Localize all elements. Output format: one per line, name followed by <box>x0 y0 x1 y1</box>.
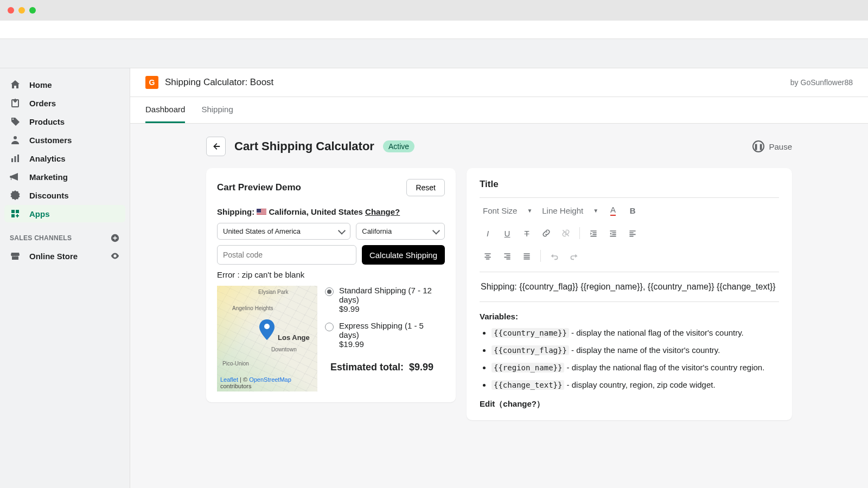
radio-icon <box>325 287 334 296</box>
editor-content[interactable]: Shipping: {{country_flag}} {{region_name… <box>480 272 779 302</box>
sidebar-item-discounts[interactable]: Discounts <box>4 187 125 204</box>
shipping-location-line: Shipping: California, United States Chan… <box>217 207 445 216</box>
minimize-window-icon[interactable] <box>18 7 25 14</box>
svg-point-1 <box>14 136 17 139</box>
svg-rect-7 <box>11 214 15 217</box>
unlink-button[interactable] <box>558 225 574 241</box>
variable-item: {{country_name}} - display the national … <box>492 326 779 339</box>
pause-icon: ❚❚ <box>752 140 764 152</box>
page-header: Cart Shipping Calculator Active ❚❚ Pause <box>206 137 792 156</box>
sidebar-item-products[interactable]: Products <box>4 113 125 130</box>
analytics-icon <box>10 153 21 164</box>
align-right-button[interactable] <box>499 248 515 264</box>
postal-code-input[interactable] <box>217 245 356 265</box>
state-select[interactable]: California <box>356 223 445 240</box>
view-store-icon[interactable] <box>110 251 120 261</box>
svg-rect-5 <box>11 210 15 213</box>
pause-button[interactable]: ❚❚ Pause <box>752 140 792 152</box>
window-chrome <box>0 0 868 21</box>
svg-rect-6 <box>16 210 19 213</box>
calculate-shipping-button[interactable]: Calculate Shipping <box>362 245 445 265</box>
map-pin-icon <box>259 319 275 340</box>
line-height-select[interactable]: Line Height▼ <box>539 204 602 217</box>
title-editor-card: Title Font Size▼ Line Height▼ A B I U T <box>467 168 792 420</box>
maximize-window-icon[interactable] <box>29 7 36 14</box>
app-author: by GoSunflower88 <box>790 78 853 87</box>
shipping-option-standard[interactable]: Standard Shipping (7 - 12 days) $9.99 <box>325 286 445 313</box>
sidebar-item-label: Customers <box>29 136 72 145</box>
variable-item: {{change_text}} - display country, regio… <box>492 378 779 391</box>
tabs: Dashboard Shipping <box>130 97 868 124</box>
country-select[interactable]: United States of America <box>217 223 350 240</box>
add-channel-icon[interactable] <box>110 233 120 243</box>
tab-dashboard[interactable]: Dashboard <box>145 97 185 123</box>
sidebar: Home Orders Products Customers Analytics… <box>0 68 130 488</box>
map-preview[interactable]: Elysian Park Angelino Heights Los Ange D… <box>217 286 317 391</box>
variables-list: {{country_name}} - display the national … <box>480 326 779 391</box>
top-bar <box>0 21 868 39</box>
variable-item: {{region_name}} - display the national f… <box>492 361 779 374</box>
tag-icon <box>10 116 21 127</box>
close-window-icon[interactable] <box>8 7 14 14</box>
strikethrough-button[interactable]: T <box>519 225 535 241</box>
sidebar-channel-online-store[interactable]: Online Store <box>4 247 125 265</box>
sidebar-item-analytics[interactable]: Analytics <box>4 150 125 167</box>
map-attribution: Leaflet | © OpenStreetMapcontributors <box>220 376 291 389</box>
align-justify-button[interactable] <box>519 248 535 264</box>
indent-button[interactable] <box>585 225 602 241</box>
sidebar-item-label: Marketing <box>29 172 68 182</box>
sidebar-item-label: Orders <box>29 99 56 108</box>
main-content: G Shipping Calculator: Boost by GoSunflo… <box>130 68 868 488</box>
sidebar-item-customers[interactable]: Customers <box>4 131 125 149</box>
sidebar-item-label: Apps <box>29 209 50 219</box>
svg-rect-4 <box>17 155 19 162</box>
cart-preview-heading: Cart Preview Demo <box>217 182 301 193</box>
megaphone-icon <box>10 171 21 182</box>
sidebar-item-label: Home <box>29 80 52 89</box>
sidebar-item-orders[interactable]: Orders <box>4 94 125 112</box>
font-size-select[interactable]: Font Size▼ <box>480 204 535 217</box>
error-message: Error : zip can't be blank <box>217 270 445 279</box>
bold-button[interactable]: B <box>624 202 641 219</box>
font-color-button[interactable]: A <box>605 202 621 219</box>
tab-shipping[interactable]: Shipping <box>201 97 233 123</box>
osm-link[interactable]: OpenStreetMap <box>249 376 291 383</box>
sidebar-item-label: Online Store <box>29 252 78 261</box>
person-icon <box>10 134 21 145</box>
home-icon <box>10 79 21 90</box>
cart-preview-card: Cart Preview Demo Reset Shipping: Califo… <box>206 168 456 402</box>
discount-icon <box>10 190 21 201</box>
title-panel-heading: Title <box>480 179 779 190</box>
banner-area <box>0 39 868 68</box>
reset-button[interactable]: Reset <box>406 179 445 196</box>
variable-item: {{country_flag}} - display the name of t… <box>492 344 779 357</box>
redo-button[interactable] <box>566 248 582 264</box>
apps-icon <box>10 208 21 219</box>
align-left-button[interactable] <box>624 225 641 241</box>
estimated-total: Estimated total:$9.99 <box>325 362 445 373</box>
us-flag-icon <box>257 209 266 215</box>
svg-rect-3 <box>15 156 16 162</box>
radio-icon <box>325 323 334 331</box>
sidebar-item-apps[interactable]: Apps <box>4 205 125 222</box>
orders-icon <box>10 98 21 108</box>
status-badge: Active <box>383 140 414 152</box>
svg-rect-2 <box>11 158 13 162</box>
leaflet-link[interactable]: Leaflet <box>220 376 238 383</box>
align-center-button[interactable] <box>480 248 496 264</box>
shipping-option-express[interactable]: Express Shipping (1 - 5 days) $19.99 <box>325 321 445 349</box>
underline-button[interactable]: U <box>499 225 515 241</box>
sales-channels-header: SALES CHANNELS <box>4 223 125 247</box>
sidebar-item-home[interactable]: Home <box>4 76 125 93</box>
outdent-button[interactable] <box>605 225 621 241</box>
variables-heading: Variables: <box>480 312 779 321</box>
undo-button[interactable] <box>546 248 563 264</box>
page-title: Cart Shipping Calculator <box>234 139 374 153</box>
change-location-link[interactable]: Change? <box>365 207 400 216</box>
italic-button[interactable]: I <box>480 225 496 241</box>
sidebar-item-marketing[interactable]: Marketing <box>4 168 125 185</box>
app-header: G Shipping Calculator: Boost by GoSunflo… <box>130 68 868 97</box>
link-button[interactable] <box>538 225 554 241</box>
sidebar-item-label: Products <box>29 117 65 126</box>
back-button[interactable] <box>206 137 226 156</box>
